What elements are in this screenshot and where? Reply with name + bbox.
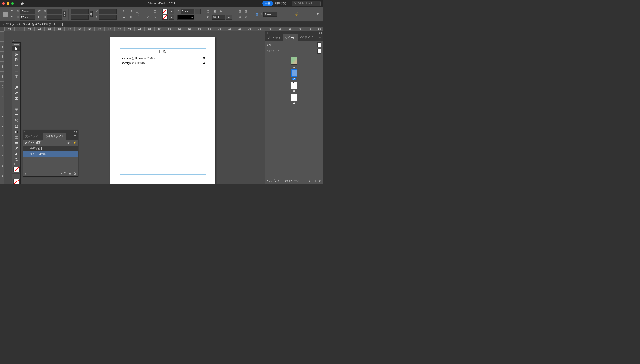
reference-point-grid[interactable] <box>3 12 8 17</box>
scale-x-dropdown[interactable]: ⌄ <box>71 9 89 14</box>
master-a-row[interactable]: A-親ページ <box>266 48 322 54</box>
canvas[interactable]: 目次 Indesign と Illustrator の違い ⋯⋯⋯⋯⋯⋯⋯⋯⋯⋯… <box>5 31 323 184</box>
tool-panel-header[interactable]: ◀◀ ▶▶ <box>13 43 21 46</box>
grid-rectangle-tool[interactable] <box>13 107 21 112</box>
selection-tool[interactable] <box>13 46 21 51</box>
apply-none-swatch[interactable] <box>13 179 20 184</box>
stroke-dropdown-arrow[interactable]: ▸ <box>168 15 174 20</box>
tab-char-styles[interactable]: 文字スタイル <box>23 133 43 140</box>
page-tool[interactable] <box>13 57 21 62</box>
share-button[interactable]: 共有 <box>262 1 273 6</box>
flip-v-icon[interactable]: ⇵ <box>128 15 134 20</box>
style-list-item-basic[interactable]: [基本段落] <box>23 146 78 151</box>
fx-icon[interactable]: fx. <box>218 9 224 14</box>
type-tool[interactable] <box>13 74 21 79</box>
fill-swatch[interactable] <box>162 9 168 14</box>
scale-y-dropdown[interactable]: ⌄ <box>71 15 89 20</box>
select-prev-icon[interactable]: ◁ <box>145 15 151 20</box>
clear-override-icon[interactable]: ¶⁺ <box>64 172 67 175</box>
stepper-icon[interactable]: ⇅ <box>44 10 46 13</box>
w-input[interactable] <box>47 9 62 14</box>
window-maximize-button[interactable] <box>11 2 14 5</box>
free-transform-tool[interactable] <box>13 124 21 129</box>
stroke-swatch[interactable] <box>162 15 168 20</box>
scissors-tool[interactable] <box>13 118 21 124</box>
pencil-tool[interactable] <box>13 90 21 96</box>
page-thumb-2[interactable]: 2 <box>291 69 297 80</box>
page-thumb-image[interactable] <box>291 69 297 77</box>
tool-panel-close-icon[interactable]: × <box>13 39 14 42</box>
y-input[interactable] <box>20 15 35 20</box>
fill-dropdown-arrow[interactable]: ▸ <box>168 9 174 14</box>
collapse-icon[interactable]: ◀◀ <box>13 43 17 45</box>
stepper-icon[interactable]: ⇅ <box>260 13 262 16</box>
panel-menu-icon[interactable]: ≡ <box>317 35 323 41</box>
delete-style-icon[interactable]: 🗑 <box>74 172 76 175</box>
horizontal-grid-tool[interactable] <box>13 112 21 118</box>
stroke-weight-input[interactable] <box>180 9 194 14</box>
horizontal-ruler[interactable]: 2002040608010012014016018020020406080100… <box>5 27 323 31</box>
expand-icon[interactable]: ▶▶ <box>17 43 20 45</box>
tab-cc-libraries[interactable]: CC ライブ <box>298 34 315 41</box>
toc-text-frame[interactable]: 目次 Indesign と Illustrator の違い ⋯⋯⋯⋯⋯⋯⋯⋯⋯⋯… <box>120 48 206 174</box>
opacity-dropdown[interactable]: ▸ <box>226 15 232 20</box>
panel-drag-bar[interactable]: × ◀◀ <box>23 130 78 133</box>
x-input[interactable] <box>20 9 35 14</box>
document-tab[interactable]: × *マスターページ.indd @ 43% [GPU プレビュー] <box>0 22 65 27</box>
panel-collapse-icon[interactable]: ◀◀ <box>318 32 322 34</box>
control-bar-flash-icon[interactable]: ⚡ <box>295 12 298 16</box>
panel-close-icon[interactable]: × <box>24 130 26 133</box>
edit-page-size-icon[interactable]: ⛶. <box>309 180 312 182</box>
constrain-scale-link-icon[interactable] <box>90 11 93 17</box>
delete-page-icon[interactable]: 🗑 <box>318 180 321 182</box>
zoom-tool[interactable] <box>13 157 21 162</box>
corner-radius-input[interactable] <box>263 12 277 17</box>
control-bar-settings-icon[interactable]: ⚙ <box>317 12 320 16</box>
page-thumb-image[interactable] <box>291 57 297 65</box>
container-format-icon[interactable]: ▢ <box>14 174 16 177</box>
eyedropper-tool[interactable] <box>13 146 21 151</box>
tab-properties[interactable]: プロパティ <box>265 34 283 41</box>
clear-overrides-icon[interactable]: ⚡ <box>73 141 76 144</box>
panel-shelf-header[interactable]: × ◀◀ <box>265 31 323 34</box>
no-effect-icon[interactable]: ▢ <box>205 9 211 14</box>
tab-pages[interactable]: ◇ページ <box>283 34 298 41</box>
stepper-icon[interactable]: ⇅ <box>177 10 180 13</box>
window-close-button[interactable] <box>2 2 5 5</box>
constrain-link-icon[interactable] <box>63 11 66 17</box>
panel-menu-icon[interactable]: ≡ <box>72 133 78 140</box>
page-thumb-image[interactable]: A <box>291 94 297 101</box>
new-group-from-style-icon[interactable]: [a+] <box>67 141 71 144</box>
window-minimize-button[interactable] <box>7 2 9 5</box>
stepper-icon[interactable]: ⇅ <box>17 10 19 13</box>
workspace-switcher[interactable]: 初期設定 ⌄ <box>275 2 289 5</box>
h-input[interactable] <box>47 15 62 20</box>
tab-close-icon[interactable]: × <box>2 23 4 26</box>
tab-para-styles[interactable]: ◇段落スタイル <box>43 133 66 140</box>
flip-h-icon[interactable]: ⇋ <box>121 15 127 20</box>
stepper-icon[interactable]: ⇅ <box>17 16 19 19</box>
style-list-item-title[interactable]: タイトル段落 <box>23 151 78 157</box>
text-format-icon[interactable]: T <box>17 174 19 177</box>
gap-tool[interactable] <box>13 62 21 68</box>
rectangle-tool[interactable] <box>13 101 21 107</box>
line-tool[interactable] <box>13 79 21 84</box>
text-wrap-next-icon[interactable]: ▧ <box>243 15 249 20</box>
vertical-ruler[interactable]: 020406080100120140160180200220240260280 <box>0 31 5 184</box>
rotate-cw-icon[interactable]: ↻ <box>121 9 127 14</box>
rectangle-frame-tool[interactable] <box>13 96 21 101</box>
pen-tool[interactable] <box>13 84 21 90</box>
select-next-icon[interactable]: ▷ <box>152 15 158 20</box>
drop-shadow-icon[interactable]: ▣ <box>212 9 218 14</box>
page-spread[interactable]: 目次 Indesign と Illustrator の違い ⋯⋯⋯⋯⋯⋯⋯⋯⋯⋯… <box>110 37 215 184</box>
text-wrap-none-icon[interactable]: ▤ <box>236 9 242 14</box>
text-wrap-around-icon[interactable]: ▥ <box>243 9 249 14</box>
gradient-swatch-tool[interactable] <box>13 129 21 134</box>
page-thumb-1[interactable]: 1 <box>291 57 297 68</box>
page-thumb-3[interactable]: A 3 <box>291 82 297 92</box>
rotate-ccw-icon[interactable]: ↺ <box>128 9 134 14</box>
adobe-stock-search[interactable]: Adobe Stock <box>292 1 321 6</box>
gradient-feather-tool[interactable] <box>13 134 21 140</box>
stroke-style-dropdown[interactable]: ⌄ <box>177 15 194 20</box>
opacity-input[interactable] <box>212 15 225 20</box>
